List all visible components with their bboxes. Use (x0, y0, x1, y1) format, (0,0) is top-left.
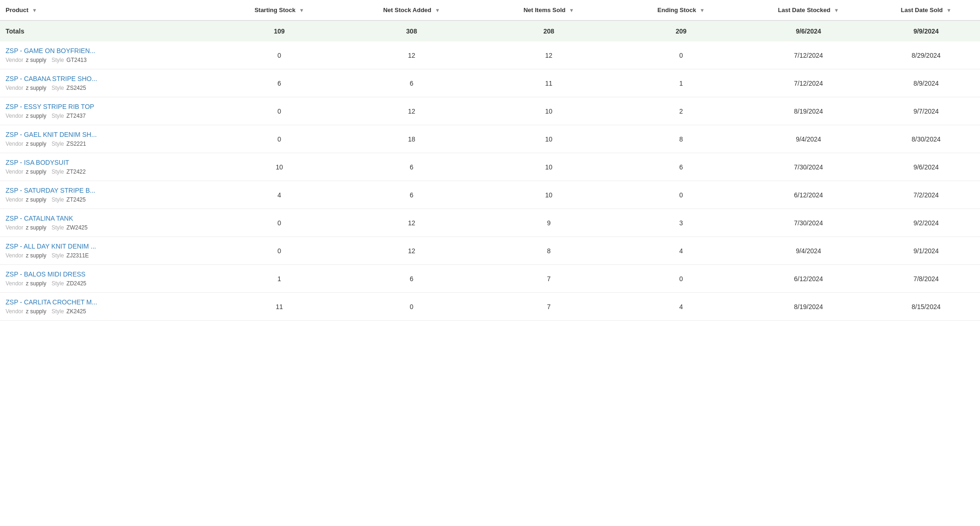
product-name-link[interactable]: ZSP - CABANA STRIPE SHO... (6, 75, 210, 82)
vendor-label: Vendor (6, 57, 23, 63)
last-date-stocked-cell: 8/19/2024 (745, 293, 873, 321)
col-header-net-stock-added[interactable]: Net Stock Added ▼ (343, 0, 480, 20)
col-header-product-label: Product (6, 7, 28, 13)
product-meta: Vendor z supply Style GT2413 (6, 57, 87, 63)
net-stock-added-cell: 6 (343, 69, 480, 97)
table-row: ZSP - ESSY STRIPE RIB TOP Vendor z suppl… (0, 97, 980, 125)
last-date-sold-cell: 9/7/2024 (872, 97, 980, 125)
last-date-sold-cell: 9/2/2024 (872, 209, 980, 237)
style-value: ZW2425 (67, 224, 87, 231)
col-header-last-date-stocked[interactable]: Last Date Stocked ▼ (745, 0, 873, 20)
vendor-label: Vendor (6, 308, 23, 315)
product-name-link[interactable]: ZSP - BALOS MIDI DRESS (6, 270, 210, 278)
last-date-stocked-cell: 7/12/2024 (745, 41, 873, 69)
table-row: ZSP - ALL DAY KNIT DENIM ... Vendor z su… (0, 237, 980, 265)
product-meta: Vendor z supply Style ZT2437 (6, 113, 86, 119)
product-name-link[interactable]: ZSP - CARLITA CROCHET M... (6, 298, 210, 306)
net-stock-added-cell: 12 (343, 97, 480, 125)
last-date-sold-cell: 8/9/2024 (872, 69, 980, 97)
totals-ending-stock: 209 (618, 20, 745, 41)
col-header-starting-stock[interactable]: Starting Stock ▼ (215, 0, 343, 20)
col-header-net-items-sold[interactable]: Net Items Sold ▼ (480, 0, 618, 20)
product-cell: ZSP - CATALINA TANK Vendor z supply Styl… (0, 209, 215, 237)
col-header-net-items-sold-label: Net Items Sold (524, 7, 565, 13)
vendor-label: Vendor (6, 169, 23, 175)
col-header-net-items-sold-sort-icon: ▼ (569, 7, 574, 13)
totals-starting-stock: 109 (215, 20, 343, 41)
col-header-product[interactable]: Product ▼ (0, 0, 215, 20)
last-date-stocked-cell: 7/12/2024 (745, 69, 873, 97)
product-name-link[interactable]: ZSP - SATURDAY STRIPE B... (6, 187, 210, 194)
product-name-link[interactable]: ZSP - ESSY STRIPE RIB TOP (6, 103, 210, 110)
style-label: Style (52, 57, 64, 63)
ending-stock-cell: 0 (618, 265, 745, 293)
net-stock-added-cell: 6 (343, 265, 480, 293)
table-row: ZSP - CARLITA CROCHET M... Vendor z supp… (0, 293, 980, 321)
product-meta: Vendor z supply Style ZW2425 (6, 224, 87, 231)
vendor-name: z supply (26, 280, 46, 287)
totals-label: Totals (0, 20, 215, 41)
last-date-sold-cell: 9/1/2024 (872, 237, 980, 265)
starting-stock-cell: 6 (215, 69, 343, 97)
last-date-stocked-cell: 6/12/2024 (745, 181, 873, 209)
col-header-starting-stock-sort-icon: ▼ (299, 7, 304, 13)
style-value: ZS2425 (67, 85, 86, 91)
net-items-sold-cell: 10 (480, 153, 618, 181)
product-cell: ZSP - CARLITA CROCHET M... Vendor z supp… (0, 293, 215, 321)
net-items-sold-cell: 11 (480, 69, 618, 97)
net-items-sold-cell: 7 (480, 265, 618, 293)
ending-stock-cell: 4 (618, 293, 745, 321)
totals-last-date-stocked: 9/6/2024 (745, 20, 873, 41)
product-cell: ZSP - ISA BODYSUIT Vendor z supply Style… (0, 153, 215, 181)
col-header-last-date-sold[interactable]: Last Date Sold ▼ (872, 0, 980, 20)
table-header-row: Product ▼ Starting Stock ▼ Net Stock Add… (0, 0, 980, 20)
product-cell: ZSP - GAEL KNIT DENIM SH... Vendor z sup… (0, 125, 215, 153)
totals-row: Totals 109 308 208 209 9/6/2024 9/9/2024 (0, 20, 980, 41)
product-meta: Vendor z supply Style ZS2221 (6, 141, 86, 147)
style-value: ZT2422 (67, 169, 86, 175)
product-cell: ZSP - SATURDAY STRIPE B... Vendor z supp… (0, 181, 215, 209)
net-stock-added-cell: 18 (343, 125, 480, 153)
product-name-link[interactable]: ZSP - GAEL KNIT DENIM SH... (6, 131, 210, 138)
product-cell: ZSP - ESSY STRIPE RIB TOP Vendor z suppl… (0, 97, 215, 125)
last-date-stocked-cell: 6/12/2024 (745, 265, 873, 293)
net-items-sold-cell: 10 (480, 181, 618, 209)
style-value: ZD2425 (67, 280, 87, 287)
product-name-link[interactable]: ZSP - ALL DAY KNIT DENIM ... (6, 243, 210, 250)
net-items-sold-cell: 10 (480, 97, 618, 125)
col-header-last-date-sold-label: Last Date Sold (901, 7, 943, 13)
vendor-name: z supply (26, 57, 46, 63)
product-name-link[interactable]: ZSP - ISA BODYSUIT (6, 159, 210, 166)
ending-stock-cell: 6 (618, 153, 745, 181)
vendor-label: Vendor (6, 113, 23, 119)
col-header-last-date-stocked-label: Last Date Stocked (778, 7, 831, 13)
ending-stock-cell: 8 (618, 125, 745, 153)
starting-stock-cell: 0 (215, 237, 343, 265)
ending-stock-cell: 0 (618, 181, 745, 209)
product-meta: Vendor z supply Style ZJ2311E (6, 252, 89, 259)
product-cell: ZSP - GAME ON BOYFRIEN... Vendor z suppl… (0, 41, 215, 69)
vendor-name: z supply (26, 224, 46, 231)
net-stock-added-cell: 12 (343, 209, 480, 237)
product-name-link[interactable]: ZSP - CATALINA TANK (6, 215, 210, 222)
net-items-sold-cell: 10 (480, 125, 618, 153)
vendor-label: Vendor (6, 224, 23, 231)
col-header-ending-stock[interactable]: Ending Stock ▼ (618, 0, 745, 20)
net-stock-added-cell: 12 (343, 237, 480, 265)
table-row: ZSP - CATALINA TANK Vendor z supply Styl… (0, 209, 980, 237)
net-items-sold-cell: 7 (480, 293, 618, 321)
starting-stock-cell: 11 (215, 293, 343, 321)
vendor-name: z supply (26, 113, 46, 119)
vendor-label: Vendor (6, 85, 23, 91)
net-items-sold-cell: 9 (480, 209, 618, 237)
table-row: ZSP - ISA BODYSUIT Vendor z supply Style… (0, 153, 980, 181)
product-meta: Vendor z supply Style ZT2425 (6, 196, 86, 203)
style-value: ZJ2311E (67, 252, 89, 259)
totals-net-items-sold: 208 (480, 20, 618, 41)
starting-stock-cell: 0 (215, 209, 343, 237)
product-name-link[interactable]: ZSP - GAME ON BOYFRIEN... (6, 47, 210, 54)
last-date-sold-cell: 7/2/2024 (872, 181, 980, 209)
product-meta: Vendor z supply Style ZK2425 (6, 308, 86, 315)
col-header-ending-stock-label: Ending Stock (658, 7, 696, 13)
last-date-sold-cell: 8/29/2024 (872, 41, 980, 69)
